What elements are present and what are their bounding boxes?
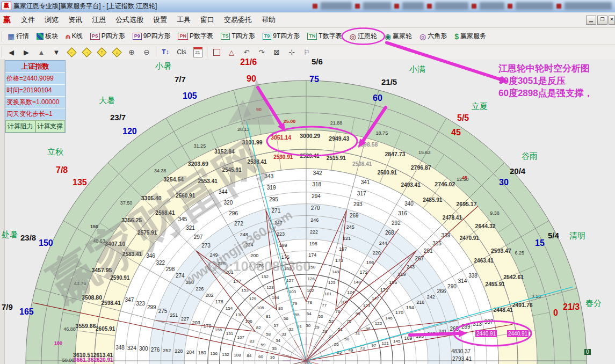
spiral-number: 196 xyxy=(366,260,374,265)
spiral-number: 313 xyxy=(473,321,482,327)
spiral-number: 149 xyxy=(332,270,339,274)
spiral-number: 34 xyxy=(276,338,280,343)
wheel-outer-label: 7/7 xyxy=(175,75,186,84)
band-degree-label: 45 xyxy=(462,175,467,180)
wheel-outer-label: 23/7 xyxy=(110,113,126,122)
spiral-number: 50 xyxy=(344,337,349,341)
spiral-number: 324 xyxy=(127,345,136,351)
highlighted-price-cell: 2440.91 xyxy=(507,330,529,337)
degree-ring-value: 6.25 xyxy=(515,250,525,256)
spiral-number: 337 xyxy=(484,319,494,325)
spiral-number: 319 xyxy=(267,185,276,191)
degree-ring-value: 21.88 xyxy=(330,120,343,126)
spiral-number: 273 xyxy=(201,243,211,249)
price-ring-inner-value: 2620.91 xyxy=(93,357,113,363)
price-ring-outer-value: 2746.02 xyxy=(435,181,455,187)
spiral-number: 199 xyxy=(279,243,287,248)
annotation-line: 60度2898点是强支撑， xyxy=(498,87,593,99)
spiral-number: 154 xyxy=(226,306,233,311)
spiral-number: 107 xyxy=(237,335,245,340)
spiral-number: 53 xyxy=(318,314,323,319)
spiral-number: 342 xyxy=(313,170,322,176)
spiral-number: 56 xyxy=(284,316,288,321)
spiral-number: 198 xyxy=(309,241,317,246)
spiral-number: 36 xyxy=(270,355,275,360)
calc-support-button[interactable]: 计算支撑 xyxy=(35,120,66,133)
spiral-number: 318 xyxy=(313,181,322,187)
spiral-number: 129 xyxy=(249,296,257,301)
spiral-number: 80 xyxy=(278,306,283,311)
price-ring-outer-value: 3661.36 xyxy=(74,356,94,363)
wheel-outer-label: 90 xyxy=(247,74,256,84)
wheel-outer-label: 小暑 xyxy=(155,61,171,71)
spiral-number: 289 xyxy=(461,324,471,330)
spiral-number: 108 xyxy=(234,353,241,358)
price-ring-inner-value: 2508.41 xyxy=(352,161,372,167)
spiral-number: 52 xyxy=(329,319,334,324)
annotation-line: 90度3051是反压 xyxy=(498,75,593,87)
price-ring-inner-value: 2485.91 xyxy=(423,197,443,203)
spiral-number: 169 xyxy=(404,336,413,341)
spiral-number: 228 xyxy=(175,348,183,354)
spiral-number: 251 xyxy=(170,312,178,318)
spiral-number: 155 xyxy=(215,327,222,332)
degree-ring-value: 31.25 xyxy=(194,143,206,149)
wheel-outer-label: 小满 xyxy=(409,64,425,75)
spiral-number: 97 xyxy=(371,343,376,348)
instrument-title: 上证指数 xyxy=(5,61,65,73)
price-ring-inner-value: 2605.91 xyxy=(96,326,115,332)
spiral-number: 145 xyxy=(393,339,401,344)
spiral-number: 340 xyxy=(404,201,414,207)
spiral-number: 299 xyxy=(147,304,156,310)
spiral-number: 218 xyxy=(416,300,424,305)
price-ring-inner-value: 2500.91 xyxy=(378,170,397,176)
panel-row-2: 变换系数=1.00000 xyxy=(5,97,65,108)
spiral-number: 146 xyxy=(385,316,393,321)
spiral-number: 26 xyxy=(334,342,339,347)
spiral-number: 300 xyxy=(139,346,148,352)
wheel-outer-label: 5/5 xyxy=(457,113,469,123)
spiral-number: 77 xyxy=(322,303,327,308)
panel-row-1: 时间=20190104 xyxy=(5,85,65,97)
degree-ring-value: 25.00 xyxy=(284,119,296,124)
wheel-outer-label: 120 xyxy=(122,127,137,136)
spiral-number: 290 xyxy=(447,283,457,289)
spiral-number: 204 xyxy=(186,350,194,355)
spiral-number: 265 xyxy=(450,326,459,332)
spiral-number: 152 xyxy=(262,274,269,279)
gann-wheel-svg: 3.136.259.3812.5015.6318.7521.8825.0028.… xyxy=(0,0,615,364)
price-ring-outer-value: 2644.32 xyxy=(475,223,496,229)
calc-resistance-button[interactable]: 计算阻力 xyxy=(5,120,35,133)
wheel-outer-label: 45 xyxy=(451,128,461,137)
spiral-number: 338 xyxy=(468,273,477,279)
wheel-outer-label: 5/4 xyxy=(548,231,559,240)
wheel-outer-label: 春分 xyxy=(585,299,602,309)
spiral-number: 59 xyxy=(261,343,265,347)
price-ring-outer-value: 2796.87 xyxy=(411,164,431,171)
spiral-number: 82 xyxy=(256,325,261,330)
spiral-number: 122 xyxy=(375,321,382,326)
spiral-number: 200 xyxy=(250,253,258,258)
highlighted-price-cell: 2440.91 xyxy=(475,330,497,337)
spiral-number: 29 xyxy=(314,325,319,330)
spiral-number: 275 xyxy=(158,308,168,314)
spiral-number: 84 xyxy=(247,353,251,358)
spiral-number: 244 xyxy=(379,241,387,246)
spiral-number: 220 xyxy=(373,250,381,256)
spiral-number: 127 xyxy=(286,278,294,283)
wheel-outer-label: 23/8 xyxy=(20,233,36,242)
wheel-outer-label: 21/5 xyxy=(381,77,397,86)
instrument-panel: 上证指数 价格=2440.9099时间=20190104变换系数=1.00000… xyxy=(5,60,66,133)
wheel-extra-value: 2793.41 xyxy=(452,356,472,362)
spiral-number: 178 xyxy=(215,299,223,304)
spiral-number: 293 xyxy=(353,201,363,207)
spiral-number: 316 xyxy=(398,210,407,216)
spiral-number: 202 xyxy=(205,293,213,298)
wheel-outer-label: 20/4 xyxy=(510,166,525,176)
degree-ring-value: 37.50 xyxy=(120,200,133,206)
spiral-number: 292 xyxy=(392,220,401,226)
price-ring-outer-value: 2695.17 xyxy=(457,201,477,207)
spiral-number: 297 xyxy=(194,234,203,240)
spiral-number: 339 xyxy=(442,232,451,238)
spiral-number: 79 xyxy=(292,301,297,306)
